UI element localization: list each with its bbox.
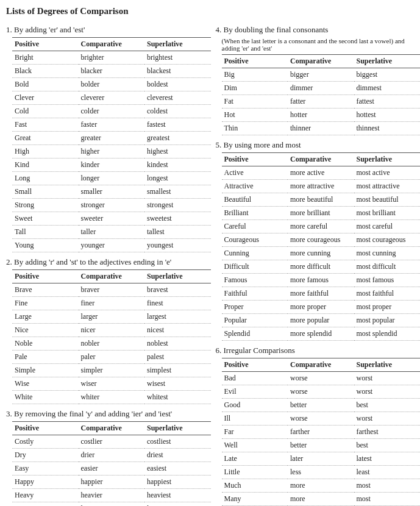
table-cell: smaller	[79, 185, 145, 199]
table-row: Bravebraverbravest	[12, 283, 211, 297]
table-cell: palest	[144, 351, 211, 364]
table-cell: more proper	[288, 301, 354, 314]
table-cell: Dry	[12, 449, 79, 462]
table-cell: more difficult	[288, 260, 354, 274]
table-cell: better	[288, 399, 354, 412]
table-cell: more careful	[288, 220, 354, 233]
table-cell: wiser	[79, 377, 145, 391]
table-row: Fastfasterfastest	[12, 118, 211, 132]
table-cell: Far	[222, 426, 288, 439]
table-row: Youngyoungeryoungest	[12, 239, 211, 252]
table-cell: Pale	[12, 351, 79, 364]
table-cell: Brave	[12, 283, 79, 297]
table-cell: higher	[79, 145, 145, 159]
table-cell: Careful	[222, 220, 288, 233]
table-row: Boldbolderboldest	[12, 78, 211, 91]
table-cell: Active	[222, 166, 288, 180]
table-cell: taller	[79, 226, 145, 239]
table-cell: blackest	[144, 65, 211, 78]
table-cell: Young	[12, 239, 79, 252]
table-row: Costlycostliercostliest	[12, 435, 211, 449]
table-cell: finer	[79, 297, 145, 310]
column-header-comparative: Comparative	[79, 38, 145, 51]
table-cell: Long	[12, 172, 79, 185]
table-cell: youngest	[144, 239, 211, 252]
table-cell: Large	[12, 310, 79, 324]
table-row: Evilworseworst	[222, 385, 421, 399]
table-cell: more splendid	[288, 327, 354, 341]
table-cell: Fast	[12, 118, 79, 132]
table-cell: fatter	[288, 95, 354, 109]
table-row: Smallsmallersmallest	[12, 185, 211, 199]
table-row: Latelaterlatest	[222, 452, 421, 466]
table-cell: greater	[79, 132, 145, 145]
table-cell: costlier	[79, 435, 145, 449]
table-row: Activemore activemost active	[222, 166, 421, 180]
table-cell: more	[288, 479, 354, 493]
column-header-superlative: Superlative	[354, 358, 421, 372]
table-cell: best	[354, 399, 421, 412]
table-cell: High	[12, 145, 79, 159]
table-row: Drydrierdriest	[12, 449, 211, 462]
table-cell: most cunning	[354, 247, 421, 260]
table-cell: happiest	[144, 476, 211, 489]
table-cell: Dim	[222, 82, 288, 95]
table-cell: faster	[79, 118, 145, 132]
table-cell: more faithful	[288, 287, 354, 301]
table-cell: happier	[79, 476, 145, 489]
column-header-positive: Positive	[222, 153, 288, 166]
table-cell: thinnest	[354, 122, 421, 135]
column-header-comparative: Comparative	[288, 55, 354, 68]
table-cell: nicer	[79, 324, 145, 337]
table-cell: Great	[12, 132, 79, 145]
table-cell: Hot	[222, 109, 288, 122]
table-row: Propermore propermost proper	[222, 301, 421, 314]
table-row: Highhigherhighest	[12, 145, 211, 159]
table-row: Popularmore popularmost popular	[222, 314, 421, 327]
column-header-positive: Positive	[222, 358, 288, 372]
table-cell: simpler	[79, 364, 145, 377]
table-cell: kinder	[79, 159, 145, 172]
table-cell: better	[288, 439, 354, 452]
table-cell: Faithful	[222, 287, 288, 301]
table-cell: most popular	[354, 314, 421, 327]
table-row: Greatgreatergreatest	[12, 132, 211, 145]
table-row: Splendidmore splendidmost splendid	[222, 327, 421, 341]
table-row: Palepalerpalest	[12, 351, 211, 364]
table-cell: more courageous	[288, 233, 354, 247]
table-cell: kindest	[144, 159, 211, 172]
table-cell: Simple	[12, 364, 79, 377]
column-header-superlative: Superlative	[354, 153, 421, 166]
table-row: Nicenicernicest	[12, 324, 211, 337]
table-row: Whitewhiterwhitest	[12, 391, 211, 404]
table-cell: most difficult	[354, 260, 421, 274]
table-cell: latest	[354, 452, 421, 466]
comparison-table: PositiveComparativeSuperlativeCostlycost…	[12, 421, 211, 506]
table-row: Difficultmore difficultmost difficult	[222, 260, 421, 274]
table-cell: nicest	[144, 324, 211, 337]
table-cell: more cunning	[288, 247, 354, 260]
table-row: Finefinerfinest	[12, 297, 211, 310]
table-cell: brighter	[79, 51, 145, 65]
table-cell: Sweet	[12, 212, 79, 226]
page-columns: 1. By adding 'er' and 'est'PositiveCompa…	[6, 20, 414, 506]
table-row: Courageousmore courageousmost courageous	[222, 233, 421, 247]
table-cell: White	[12, 391, 79, 404]
table-cell: worst	[354, 412, 421, 426]
table-cell: most courageous	[354, 233, 421, 247]
table-cell: boldest	[144, 78, 211, 91]
table-cell: Good	[222, 399, 288, 412]
table-cell: sweetest	[144, 212, 211, 226]
table-cell: Clever	[12, 91, 79, 105]
column-header-positive: Positive	[12, 270, 79, 283]
table-cell: largest	[144, 310, 211, 324]
table-cell: Late	[222, 452, 288, 466]
table-cell: Brilliant	[222, 207, 288, 220]
table-cell: Costly	[12, 435, 79, 449]
table-row: Clevercleverercleverest	[12, 91, 211, 105]
table-cell: best	[354, 439, 421, 452]
table-row: Beautifulmore beautifulmost beautiful	[222, 193, 421, 207]
table-cell: braver	[79, 283, 145, 297]
table-cell: Beautiful	[222, 193, 288, 207]
table-cell: paler	[79, 351, 145, 364]
